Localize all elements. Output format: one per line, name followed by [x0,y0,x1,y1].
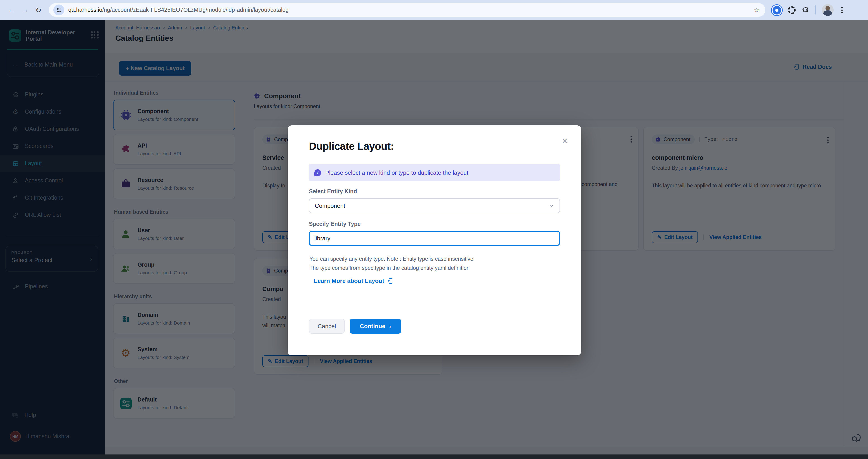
entity-kind-select[interactable]: Component [309,198,560,213]
modal-title: Duplicate Layout: [309,140,394,152]
address-bar[interactable]: qa.harness.io/ng/account/zEaak-FLS425IEO… [49,3,765,17]
learn-more-link[interactable]: Learn More about Layout [314,278,394,284]
helper-text: You can specify any entity type. Note : … [309,254,473,272]
url-path: /ng/account/zEaak-FLS425IEO7OLzMUg/modul… [102,7,288,13]
browser-reload-button[interactable]: ↻ [32,6,45,14]
entity-type-input[interactable] [309,231,560,246]
chevron-down-icon [549,203,554,208]
info-banner-text: Please select a new kind or type to dupl… [325,169,468,176]
doc-arrow-icon [387,278,394,284]
loading-extension-icon[interactable] [788,6,796,14]
bookmark-star-icon[interactable]: ☆ [754,6,760,14]
browser-toolbar: ← → ↻ qa.harness.io/ng/account/zEaak-FLS… [0,0,868,20]
close-icon[interactable]: × [562,135,568,146]
cancel-button[interactable]: Cancel [309,319,345,334]
entity-kind-value: Component [315,202,549,209]
extensions-puzzle-icon[interactable] [802,6,809,14]
toolbar-divider [815,5,816,15]
site-settings-icon[interactable] [53,4,64,16]
continue-button[interactable]: Continue› [350,319,401,334]
info-banner: i Please select a new kind or type to du… [309,164,560,181]
chevron-right-icon: › [389,322,391,330]
onepassword-extension-icon[interactable] [772,5,782,15]
browser-back-button[interactable]: ← [4,6,18,14]
browser-menu-icon[interactable] [839,7,844,13]
screen: ← → ↻ qa.harness.io/ng/account/zEaak-FLS… [0,0,868,459]
entity-kind-label: Select Entity Kind [309,188,357,195]
url-domain: qa.harness.io [68,7,102,13]
duplicate-layout-modal: Duplicate Layout: × i Please select a ne… [288,125,581,355]
browser-forward-button[interactable]: → [18,6,32,14]
toolbar-extensions [772,4,844,16]
entity-type-label: Specify Entity Type [309,221,361,227]
browser-profile-avatar[interactable] [822,4,834,16]
url-text[interactable]: qa.harness.io/ng/account/zEaak-FLS425IEO… [68,7,754,13]
info-icon: i [314,169,321,176]
